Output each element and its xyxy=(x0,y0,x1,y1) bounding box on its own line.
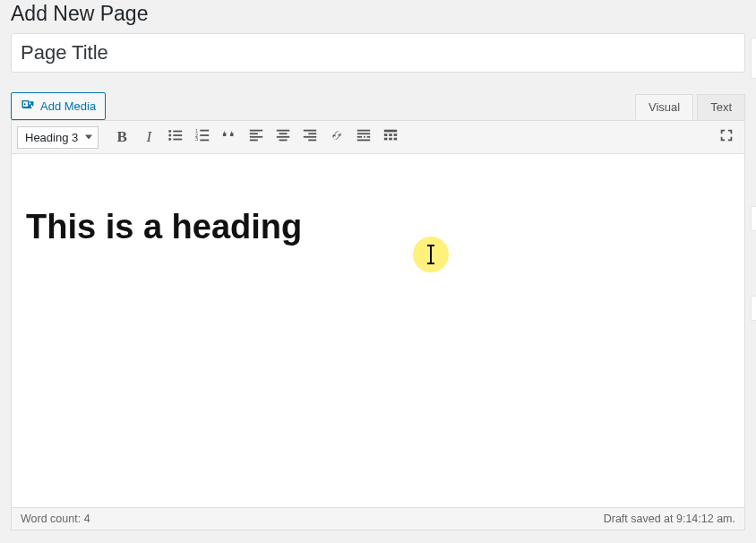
bullet-list-button[interactable] xyxy=(163,125,188,150)
fullscreen-icon xyxy=(718,127,735,147)
svg-point-3 xyxy=(169,134,172,137)
svg-rect-35 xyxy=(384,138,388,141)
svg-rect-30 xyxy=(357,140,370,142)
tab-visual[interactable]: Visual xyxy=(635,94,693,120)
bullet-list-icon xyxy=(168,127,184,147)
sidebar-metabox-hint xyxy=(751,206,756,231)
align-center-button[interactable] xyxy=(271,125,296,150)
title-input[interactable] xyxy=(12,34,744,72)
draft-saved-message: Draft saved at 9:14:12 am. xyxy=(604,513,735,525)
svg-rect-27 xyxy=(357,136,362,138)
svg-rect-24 xyxy=(308,140,316,142)
svg-rect-14 xyxy=(250,133,258,134)
svg-rect-33 xyxy=(389,134,392,136)
svg-rect-34 xyxy=(394,134,398,136)
sidebar-metabox-hint xyxy=(751,38,756,79)
format-dropdown[interactable]: Heading 3 xyxy=(17,126,99,149)
svg-point-1 xyxy=(169,130,172,133)
link-icon xyxy=(329,127,345,147)
page-title: Add New Page xyxy=(11,0,745,33)
align-right-icon xyxy=(302,127,318,147)
word-count: Word count: 4 xyxy=(21,513,90,525)
word-count-value: 4 xyxy=(84,513,90,525)
cursor-highlight xyxy=(413,237,449,272)
svg-rect-36 xyxy=(389,138,392,141)
editor-tabs: Visual Text xyxy=(631,94,745,120)
fullscreen-button[interactable] xyxy=(714,125,739,150)
media-icon xyxy=(21,98,35,115)
blockquote-icon xyxy=(221,127,237,147)
format-selected-label: Heading 3 xyxy=(25,131,78,144)
svg-rect-19 xyxy=(277,136,289,138)
blockquote-button[interactable] xyxy=(217,125,242,150)
svg-rect-32 xyxy=(384,134,388,136)
svg-rect-25 xyxy=(357,130,370,132)
bold-button[interactable]: B xyxy=(109,125,134,150)
svg-point-0 xyxy=(24,103,26,105)
numbered-list-icon: 123 xyxy=(194,127,210,147)
svg-rect-2 xyxy=(174,131,183,133)
tab-text[interactable]: Text xyxy=(697,94,745,120)
svg-rect-13 xyxy=(250,130,262,132)
svg-rect-4 xyxy=(174,134,183,136)
svg-rect-29 xyxy=(367,136,371,138)
editor-content[interactable]: This is a heading xyxy=(12,154,744,507)
toolbar-toggle-button[interactable] xyxy=(378,125,403,150)
insert-more-icon xyxy=(356,127,372,147)
numbered-list-button[interactable]: 123 xyxy=(190,125,215,150)
align-left-button[interactable] xyxy=(244,125,269,150)
word-count-label: Word count: xyxy=(21,513,81,525)
editor-toolbar: Heading 3 B I 123 xyxy=(12,121,744,154)
editor-container: Heading 3 B I 123 xyxy=(11,120,745,530)
svg-rect-16 xyxy=(250,140,258,142)
svg-rect-26 xyxy=(357,133,370,134)
content-heading: This is a heading xyxy=(26,172,730,246)
align-center-icon xyxy=(275,127,291,147)
svg-rect-31 xyxy=(384,130,397,133)
svg-point-5 xyxy=(169,138,172,141)
svg-rect-8 xyxy=(201,130,210,132)
svg-rect-10 xyxy=(201,134,210,136)
add-media-button[interactable]: Add Media xyxy=(11,92,106,120)
add-media-label: Add Media xyxy=(40,99,96,113)
svg-rect-15 xyxy=(250,136,262,138)
toolbar-toggle-icon xyxy=(382,127,399,147)
text-caret-icon xyxy=(430,246,432,263)
svg-rect-21 xyxy=(304,130,316,132)
svg-rect-22 xyxy=(308,133,316,134)
editor-statusbar: Word count: 4 Draft saved at 9:14:12 am. xyxy=(12,507,744,530)
title-input-container xyxy=(11,33,745,73)
svg-rect-6 xyxy=(174,139,183,141)
svg-rect-23 xyxy=(304,136,316,138)
italic-button[interactable]: I xyxy=(136,125,161,150)
svg-rect-12 xyxy=(201,140,210,142)
svg-text:3: 3 xyxy=(195,136,198,142)
svg-rect-20 xyxy=(279,140,288,142)
svg-rect-28 xyxy=(364,136,365,138)
svg-rect-17 xyxy=(277,130,289,132)
svg-rect-18 xyxy=(279,133,288,134)
svg-rect-37 xyxy=(394,138,398,141)
link-button[interactable] xyxy=(324,125,349,150)
align-right-button[interactable] xyxy=(297,125,322,150)
insert-more-button[interactable] xyxy=(351,125,376,150)
align-left-icon xyxy=(248,127,264,147)
sidebar-metabox-hint xyxy=(751,296,756,321)
